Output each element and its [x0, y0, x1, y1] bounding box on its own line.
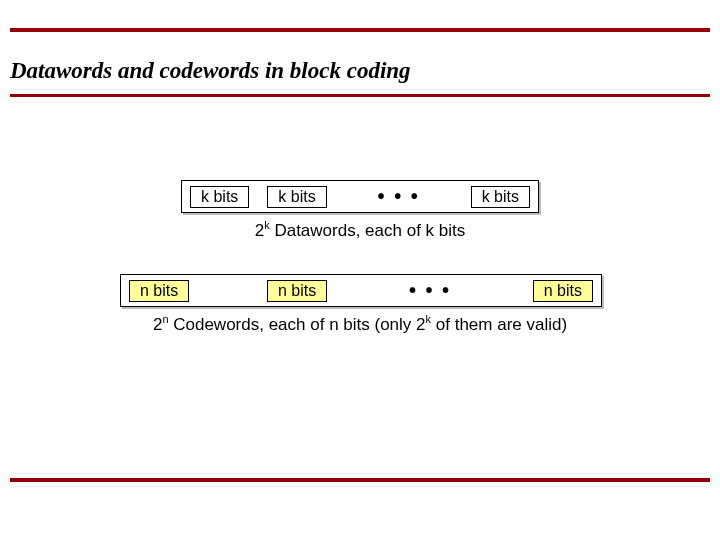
codeword-cell: n bits: [129, 280, 189, 302]
codewords-block: n bits n bits • • • n bits 2n Codewords,…: [120, 274, 600, 335]
bottom-rule: [10, 478, 710, 482]
title-rule: [10, 94, 710, 97]
dataword-cell: k bits: [267, 186, 326, 208]
ellipsis-icon: • • •: [374, 185, 424, 208]
top-rule: [10, 28, 710, 32]
datawords-caption: 2k Datawords, each of k bits: [120, 221, 600, 241]
codeword-cell: n bits: [533, 280, 593, 302]
codewords-caption: 2n Codewords, each of n bits (only 2k of…: [120, 315, 600, 335]
codewords-row: n bits n bits • • • n bits: [120, 274, 602, 307]
codeword-cell: n bits: [267, 280, 327, 302]
ellipsis-icon: • • •: [405, 279, 455, 302]
page-title: Datawords and codewords in block coding: [10, 58, 411, 84]
datawords-block: k bits k bits • • • k bits 2k Datawords,…: [120, 180, 600, 241]
datawords-row: k bits k bits • • • k bits: [181, 180, 539, 213]
dataword-cell: k bits: [471, 186, 530, 208]
dataword-cell: k bits: [190, 186, 249, 208]
